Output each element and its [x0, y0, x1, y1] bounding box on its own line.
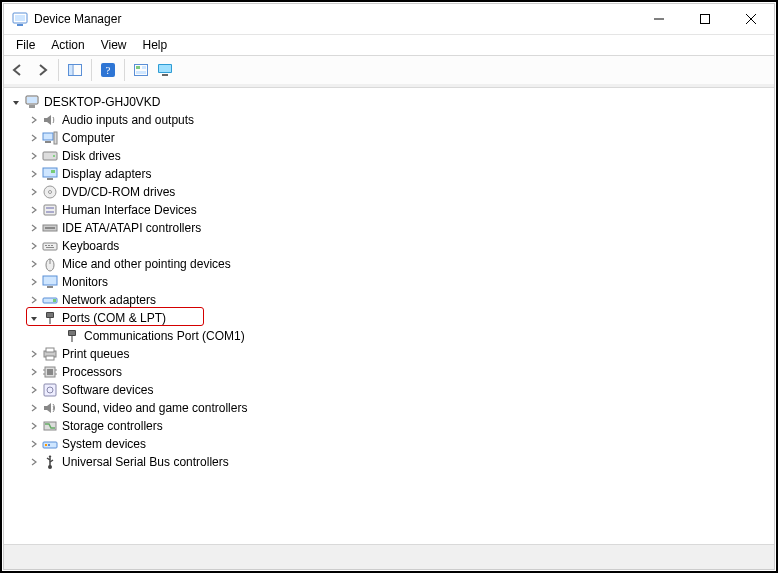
expand-toggle[interactable] — [26, 256, 42, 272]
monitor-button[interactable] — [153, 58, 177, 82]
tree-category[interactable]: System devices — [4, 435, 774, 453]
help-button[interactable]: ? — [96, 58, 120, 82]
tree-category-label: Computer — [62, 131, 115, 145]
svg-rect-23 — [54, 132, 57, 144]
svg-point-62 — [73, 333, 74, 334]
scan-hardware-button[interactable] — [129, 58, 153, 82]
svg-point-59 — [73, 331, 74, 332]
svg-rect-1 — [15, 15, 25, 21]
tree-category[interactable]: Monitors — [4, 273, 774, 291]
tree-device[interactable]: Communications Port (COM1) — [4, 327, 774, 345]
svg-rect-4 — [701, 15, 710, 24]
cd-icon — [42, 184, 58, 200]
svg-rect-2 — [17, 24, 23, 26]
tree-category-label: Processors — [62, 365, 122, 379]
monitor-icon — [42, 274, 58, 290]
app-icon — [12, 11, 28, 27]
maximize-button[interactable] — [682, 4, 728, 34]
svg-rect-78 — [48, 444, 50, 446]
tree-category[interactable]: IDE ATA/ATAPI controllers — [4, 219, 774, 237]
tree-category-label: Sound, video and game controllers — [62, 401, 247, 415]
menu-file[interactable]: File — [8, 37, 43, 53]
expand-toggle[interactable] — [26, 292, 42, 308]
svg-rect-14 — [142, 66, 146, 69]
tree-category[interactable]: Print queues — [4, 345, 774, 363]
network-icon — [42, 292, 58, 308]
tree-root-label: DESKTOP-GHJ0VKD — [44, 95, 160, 109]
svg-rect-33 — [46, 207, 54, 209]
tree-category[interactable]: Network adapters — [4, 291, 774, 309]
minimize-button[interactable] — [636, 4, 682, 34]
menu-action[interactable]: Action — [43, 37, 92, 53]
expand-toggle[interactable] — [26, 346, 42, 362]
tree-category-label: Audio inputs and outputs — [62, 113, 194, 127]
tree-category[interactable]: Software devices — [4, 381, 774, 399]
expand-toggle[interactable] — [26, 202, 42, 218]
svg-rect-47 — [53, 299, 56, 302]
tree-category[interactable]: Display adapters — [4, 165, 774, 183]
svg-rect-22 — [43, 133, 53, 140]
tree-category[interactable]: Human Interface Devices — [4, 201, 774, 219]
svg-marker-81 — [49, 455, 52, 457]
close-button[interactable] — [728, 4, 774, 34]
svg-rect-68 — [47, 369, 53, 375]
svg-rect-21 — [29, 105, 35, 108]
usb-icon — [42, 454, 58, 470]
tree-category[interactable]: Audio inputs and outputs — [4, 111, 774, 129]
expand-toggle[interactable] — [26, 310, 42, 326]
svg-rect-28 — [47, 178, 53, 180]
svg-rect-39 — [48, 245, 50, 246]
tree-category[interactable]: Computer — [4, 129, 774, 147]
expand-toggle[interactable] — [26, 454, 42, 470]
tree-category[interactable]: DVD/CD-ROM drives — [4, 183, 774, 201]
back-button[interactable] — [6, 58, 30, 82]
svg-point-61 — [71, 333, 72, 334]
expand-toggle[interactable] — [26, 436, 42, 452]
tree-category-label: Keyboards — [62, 239, 119, 253]
expand-toggle[interactable] — [26, 364, 42, 380]
expand-toggle[interactable] — [26, 112, 42, 128]
tree-category-label: System devices — [62, 437, 146, 451]
port-icon — [42, 310, 58, 326]
tree-category-label: Print queues — [62, 347, 129, 361]
expand-toggle[interactable] — [26, 166, 42, 182]
expand-toggle[interactable] — [26, 382, 42, 398]
svg-rect-38 — [45, 245, 47, 246]
forward-button[interactable] — [30, 58, 54, 82]
tree-category[interactable]: Processors — [4, 363, 774, 381]
expand-toggle[interactable] — [26, 220, 42, 236]
expand-toggle[interactable] — [26, 400, 42, 416]
tree-category[interactable]: Ports (COM & LPT) — [4, 309, 774, 327]
svg-text:?: ? — [106, 64, 111, 76]
window-title: Device Manager — [34, 12, 121, 26]
tree-category[interactable]: Sound, video and game controllers — [4, 399, 774, 417]
tree-category[interactable]: Mice and other pointing devices — [4, 255, 774, 273]
tree-category[interactable]: Keyboards — [4, 237, 774, 255]
expand-toggle[interactable] — [26, 130, 42, 146]
tree-category[interactable]: Universal Serial Bus controllers — [4, 453, 774, 471]
svg-rect-44 — [43, 276, 57, 285]
tree-category-label: Display adapters — [62, 167, 151, 181]
menu-help[interactable]: Help — [135, 37, 176, 53]
menu-view[interactable]: View — [93, 37, 135, 53]
svg-point-53 — [49, 315, 50, 316]
expand-toggle[interactable] — [26, 418, 42, 434]
device-tree[interactable]: DESKTOP-GHJ0VKDAudio inputs and outputsC… — [4, 89, 774, 544]
svg-point-49 — [47, 313, 48, 314]
tree-category-label: Network adapters — [62, 293, 156, 307]
expand-toggle[interactable] — [26, 238, 42, 254]
tree-category[interactable]: Storage controllers — [4, 417, 774, 435]
expand-toggle[interactable] — [8, 94, 24, 110]
tree-root[interactable]: DESKTOP-GHJ0VKD — [4, 93, 774, 111]
pc-icon — [42, 130, 58, 146]
tree-category[interactable]: Disk drives — [4, 147, 774, 165]
expand-toggle[interactable] — [26, 148, 42, 164]
svg-rect-56 — [68, 330, 76, 336]
expand-toggle[interactable] — [26, 274, 42, 290]
expand-toggle[interactable] — [26, 184, 42, 200]
software-icon — [42, 382, 58, 398]
show-hide-console-tree-button[interactable] — [63, 58, 87, 82]
tree-category-label: Disk drives — [62, 149, 121, 163]
svg-rect-66 — [46, 356, 54, 360]
ide-icon — [42, 220, 58, 236]
